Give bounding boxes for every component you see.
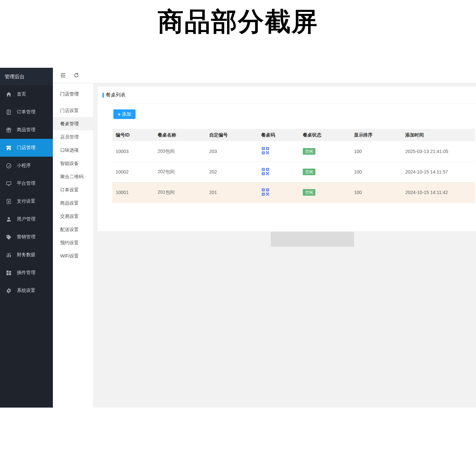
- order-icon: [6, 109, 12, 115]
- row-name: 202包间: [154, 162, 206, 182]
- row-sort: 100: [351, 182, 402, 203]
- sidebar-item-label: 财务数据: [17, 252, 35, 258]
- sidebar-item-label: 营销管理: [17, 234, 35, 240]
- home-icon: [6, 92, 12, 97]
- right-column: 门店管理门店设置餐桌管理店员管理口味选项智能设备聚合二维码订单设置商品设置交易设…: [53, 68, 476, 408]
- column-header: 添加时间: [402, 129, 475, 141]
- sidebar-item-order[interactable]: 订单管理: [0, 103, 53, 121]
- submenu-item-10[interactable]: 预约设置: [53, 236, 93, 249]
- table-row[interactable]: 10003203包间203空闲1002025-03-13 21:41:05: [112, 141, 475, 162]
- column-header: 餐桌状态: [299, 129, 351, 141]
- main-content: 餐桌列表 + 添加 编号ID餐桌名称自定编号餐桌码餐桌状态显示排序添加时间 10…: [94, 83, 476, 408]
- body-row: 门店管理门店设置餐桌管理店员管理口味选项智能设备聚合二维码订单设置商品设置交易设…: [53, 83, 476, 408]
- table-row[interactable]: 10001201包间201空闲1002024-10-15 14:11:42: [112, 182, 475, 203]
- collapse-menu-icon[interactable]: [60, 72, 66, 78]
- row-time: 2024-10-15 14:11:42: [402, 182, 475, 203]
- add-button-label: 添加: [122, 111, 131, 117]
- sidebar-item-home[interactable]: 首页: [0, 85, 53, 103]
- sidebar-item-label: 商品管理: [17, 127, 35, 133]
- submenu-item-9[interactable]: 配送设置: [53, 223, 93, 236]
- sidebar-item-label: 门店管理: [17, 145, 35, 151]
- column-header: 餐桌码: [258, 129, 299, 141]
- store-icon: [6, 145, 12, 151]
- submenu-item-3[interactable]: 口味选项: [53, 143, 93, 157]
- card-header: 餐桌列表: [98, 87, 476, 104]
- sidebar-item-user[interactable]: 用户管理: [0, 210, 53, 228]
- sidebar-item-label: 平台管理: [17, 180, 35, 186]
- qrcode-icon[interactable]: [261, 146, 270, 155]
- plugin-icon: [6, 270, 12, 276]
- row-code: 202: [206, 162, 258, 182]
- submenu: 门店管理门店设置餐桌管理店员管理口味选项智能设备聚合二维码订单设置商品设置交易设…: [53, 83, 94, 408]
- row-name: 201包间: [154, 182, 206, 203]
- add-button[interactable]: + 添加: [113, 109, 136, 119]
- plus-icon: +: [118, 111, 121, 117]
- column-header: 自定编号: [206, 129, 258, 141]
- sidebar-item-platform[interactable]: 平台管理: [0, 175, 53, 192]
- submenu-item-2[interactable]: 店员管理: [53, 130, 93, 143]
- sidebar-item-payment[interactable]: 支付设置: [0, 192, 53, 210]
- sidebar-item-label: 支付设置: [17, 198, 35, 204]
- placeholder-box: [271, 232, 354, 247]
- sidebar-item-miniapp[interactable]: 小程序: [0, 157, 53, 175]
- table-row[interactable]: 10002202包间202空闲1002024-10-15 14:11:57: [112, 162, 475, 182]
- row-sort: 100: [351, 141, 402, 162]
- app-logo: 管理后台: [0, 68, 53, 85]
- column-header: 显示排序: [351, 129, 402, 141]
- section-title: 餐桌列表: [106, 92, 126, 98]
- admin-app: 管理后台 首页订单管理商品管理门店管理小程序平台管理支付设置用户管理营销管理财务…: [0, 68, 476, 408]
- primary-sidebar: 管理后台 首页订单管理商品管理门店管理小程序平台管理支付设置用户管理营销管理财务…: [0, 68, 53, 408]
- settings-icon: [6, 288, 12, 294]
- title-accent-bar: [102, 93, 104, 98]
- submenu-item-11[interactable]: WiFi设置: [53, 249, 93, 262]
- sidebar-item-marketing[interactable]: 营销管理: [0, 228, 53, 246]
- row-id: 10003: [112, 141, 154, 162]
- sidebar-item-settings[interactable]: 系统设置: [0, 282, 53, 299]
- submenu-item-7[interactable]: 商品设置: [53, 196, 93, 210]
- sidebar-item-store[interactable]: 门店管理: [0, 139, 53, 157]
- status-badge: 空闲: [303, 169, 315, 175]
- column-header: 编号ID: [112, 129, 154, 141]
- row-name: 203包间: [154, 141, 206, 162]
- sidebar-item-label: 小程序: [17, 163, 31, 169]
- table-wrap: 编号ID餐桌名称自定编号餐桌码餐桌状态显示排序添加时间 10003203包间20…: [112, 129, 476, 203]
- submenu-parent[interactable]: 门店管理: [53, 87, 93, 100]
- submenu-item-5[interactable]: 聚合二维码: [53, 170, 93, 183]
- qrcode-icon[interactable]: [261, 188, 270, 196]
- user-icon: [6, 217, 12, 222]
- row-code: 203: [206, 141, 258, 162]
- tables-table: 编号ID餐桌名称自定编号餐桌码餐桌状态显示排序添加时间 10003203包间20…: [112, 129, 475, 203]
- sidebar-item-label: 插件管理: [17, 270, 35, 276]
- submenu-item-8[interactable]: 交易设置: [53, 210, 93, 223]
- goods-icon: [6, 127, 12, 133]
- row-time: 2025-03-13 21:41:05: [402, 141, 475, 162]
- topbar: [53, 68, 476, 83]
- submenu-item-0[interactable]: 门店设置: [53, 104, 93, 117]
- sidebar-item-finance[interactable]: 财务数据: [0, 246, 53, 264]
- card-toolbar: + 添加: [98, 104, 476, 119]
- refresh-icon[interactable]: [73, 72, 79, 78]
- column-header: 餐桌名称: [154, 129, 206, 141]
- sidebar-item-label: 用户管理: [17, 216, 35, 222]
- sidebar-item-label: 订单管理: [17, 109, 35, 115]
- row-id: 10002: [112, 162, 154, 182]
- submenu-item-4[interactable]: 智能设备: [53, 157, 93, 170]
- row-id: 10001: [112, 182, 154, 203]
- payment-icon: [6, 199, 12, 204]
- row-code: 201: [206, 182, 258, 203]
- submenu-item-1[interactable]: 餐桌管理: [53, 117, 93, 130]
- row-sort: 100: [351, 162, 402, 182]
- page-title: 商品部分截屏: [0, 5, 476, 39]
- table-card: 餐桌列表 + 添加 编号ID餐桌名称自定编号餐桌码餐桌状态显示排序添加时间 10…: [98, 87, 476, 231]
- sidebar-menu: 首页订单管理商品管理门店管理小程序平台管理支付设置用户管理营销管理财务数据插件管…: [0, 85, 53, 299]
- status-badge: 空闲: [303, 148, 315, 155]
- sidebar-item-goods[interactable]: 商品管理: [0, 121, 53, 139]
- qrcode-icon[interactable]: [261, 167, 270, 176]
- marketing-icon: [6, 234, 12, 240]
- submenu-item-6[interactable]: 订单设置: [53, 183, 93, 196]
- finance-icon: [6, 252, 12, 258]
- platform-icon: [6, 181, 12, 186]
- status-badge: 空闲: [303, 189, 315, 196]
- sidebar-item-plugin[interactable]: 插件管理: [0, 264, 53, 282]
- sidebar-item-label: 首页: [17, 91, 26, 97]
